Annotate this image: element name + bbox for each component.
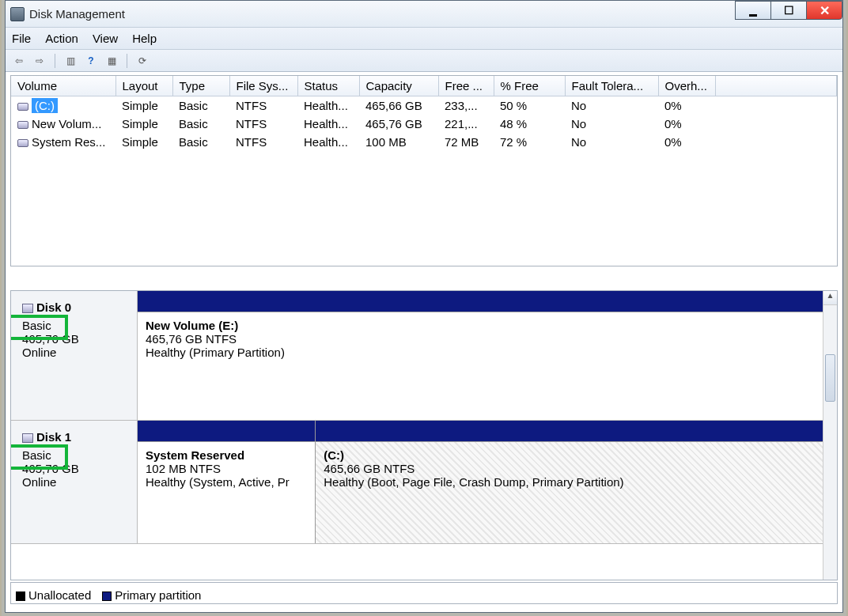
scroll-thumb[interactable] xyxy=(825,354,835,402)
partition-header xyxy=(138,421,315,441)
toolbar: ⇦ ⇨ ▥ ? ▦ ⟳ xyxy=(6,50,842,72)
partition-body[interactable]: System Reserved102 MB NTFSHealthy (Syste… xyxy=(138,441,315,543)
toolbar-separator xyxy=(127,54,127,68)
menu-file[interactable]: File xyxy=(12,32,31,45)
disk-graphical-view: Disk 0 Basic 465,76 GB Online New Volume… xyxy=(10,290,838,580)
col-fault[interactable]: Fault Tolera... xyxy=(565,76,658,96)
window-buttons xyxy=(736,1,842,20)
volume-row[interactable]: New Volum...SimpleBasicNTFSHealth...465,… xyxy=(11,115,837,133)
disk-partitions: New Volume (E:)465,76 GB NTFSHealthy (Pr… xyxy=(138,291,823,420)
disk-icon xyxy=(22,433,33,443)
close-button[interactable] xyxy=(806,1,842,20)
col-spacer xyxy=(715,76,837,96)
partition-body[interactable]: New Volume (E:)465,76 GB NTFSHealthy (Pr… xyxy=(138,312,823,420)
volume-icon xyxy=(17,103,28,111)
partition-body[interactable]: (C:)465,66 GB NTFSHealthy (Boot, Page Fi… xyxy=(316,441,823,543)
col-volume[interactable]: Volume xyxy=(11,76,115,96)
col-overhead[interactable]: Overh... xyxy=(658,76,715,96)
menubar: File Action View Help xyxy=(6,28,842,50)
partition-header xyxy=(138,291,823,312)
col-free[interactable]: Free ... xyxy=(438,76,494,96)
disk-management-window: Disk Management File Action View Help ⇦ … xyxy=(5,0,843,613)
disk-row: Disk 1 Basic 465,76 GB Online System Res… xyxy=(11,421,823,544)
swatch-black-icon xyxy=(16,591,25,601)
help-icon[interactable]: ? xyxy=(82,53,100,69)
vertical-scrollbar[interactable]: ▲ xyxy=(823,291,837,580)
disk-info[interactable]: Disk 1 Basic 465,76 GB Online xyxy=(11,421,138,543)
col-status[interactable]: Status xyxy=(297,76,359,96)
col-capacity[interactable]: Capacity xyxy=(359,76,438,96)
menu-action[interactable]: Action xyxy=(45,32,78,45)
volume-row[interactable]: System Res...SimpleBasicNTFSHealth...100… xyxy=(11,133,837,151)
disk-row: Disk 0 Basic 465,76 GB Online New Volume… xyxy=(11,291,823,421)
volume-icon xyxy=(17,121,28,129)
col-type[interactable]: Type xyxy=(172,76,229,96)
legend: Unallocated Primary partition xyxy=(10,582,838,604)
properties-icon[interactable]: ▥ xyxy=(62,53,79,69)
toolbar-separator xyxy=(55,54,55,68)
disk-icon xyxy=(22,304,33,313)
scroll-up-icon[interactable]: ▲ xyxy=(823,291,837,305)
swatch-navy-icon xyxy=(102,591,112,601)
titlebar[interactable]: Disk Management xyxy=(6,1,842,28)
minimize-button[interactable] xyxy=(735,1,771,20)
app-icon xyxy=(10,7,25,21)
partition[interactable]: New Volume (E:)465,76 GB NTFSHealthy (Pr… xyxy=(138,291,823,420)
col-filesys[interactable]: File Sys... xyxy=(229,76,297,96)
partition[interactable]: (C:)465,66 GB NTFSHealthy (Boot, Page Fi… xyxy=(316,421,823,543)
view-icon[interactable]: ▦ xyxy=(103,53,120,69)
legend-unallocated: Unallocated xyxy=(16,588,91,602)
menu-help[interactable]: Help xyxy=(132,32,157,45)
volume-row[interactable]: (C:)SimpleBasicNTFSHealth...465,66 GB233… xyxy=(11,96,837,115)
col-pctfree[interactable]: % Free xyxy=(494,76,565,96)
maximize-button[interactable] xyxy=(770,1,807,20)
forward-button[interactable]: ⇨ xyxy=(31,53,48,69)
volume-list[interactable]: Volume Layout Type File Sys... Status Ca… xyxy=(10,75,838,266)
legend-primary: Primary partition xyxy=(102,588,201,602)
back-button[interactable]: ⇦ xyxy=(10,53,28,69)
partition-header xyxy=(316,421,823,441)
disk-info[interactable]: Disk 0 Basic 465,76 GB Online xyxy=(11,291,138,420)
volume-icon xyxy=(17,139,28,147)
refresh-icon[interactable]: ⟳ xyxy=(134,53,151,69)
menu-view[interactable]: View xyxy=(93,32,118,45)
col-layout[interactable]: Layout xyxy=(115,76,172,96)
column-headers[interactable]: Volume Layout Type File Sys... Status Ca… xyxy=(11,76,837,96)
disk-partitions: System Reserved102 MB NTFSHealthy (Syste… xyxy=(138,421,823,543)
window-title: Disk Management xyxy=(29,7,125,21)
partition[interactable]: System Reserved102 MB NTFSHealthy (Syste… xyxy=(138,421,316,543)
